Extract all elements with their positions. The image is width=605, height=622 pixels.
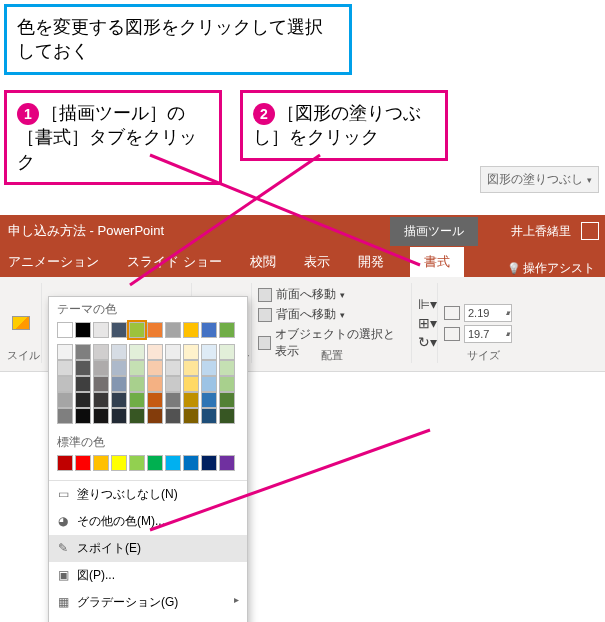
color-swatch[interactable] bbox=[93, 360, 109, 376]
color-swatch[interactable] bbox=[165, 360, 181, 376]
color-swatch[interactable] bbox=[111, 360, 127, 376]
align-button[interactable]: ⊫▾ bbox=[418, 296, 431, 312]
color-swatch[interactable] bbox=[219, 322, 235, 338]
contextual-tab-label: 描画ツール bbox=[390, 217, 478, 246]
group-objects-button[interactable]: ⊞▾ bbox=[418, 315, 431, 331]
color-swatch[interactable] bbox=[75, 408, 91, 424]
color-swatch[interactable] bbox=[147, 392, 163, 408]
color-swatch[interactable] bbox=[75, 376, 91, 392]
color-swatch[interactable] bbox=[111, 408, 127, 424]
send-backward-button[interactable]: 背面へ移動 ▾ bbox=[258, 306, 405, 323]
color-swatch[interactable] bbox=[129, 344, 145, 360]
color-swatch[interactable] bbox=[111, 322, 127, 338]
color-swatch[interactable] bbox=[93, 344, 109, 360]
color-swatch[interactable] bbox=[219, 392, 235, 408]
color-swatch[interactable] bbox=[201, 344, 217, 360]
color-swatch[interactable] bbox=[111, 376, 127, 392]
color-swatch[interactable] bbox=[201, 392, 217, 408]
color-swatch[interactable] bbox=[147, 344, 163, 360]
signed-in-user: 井上香緒里 bbox=[511, 223, 571, 240]
callout-step2: 2［図形の塗りつぶし］をクリック bbox=[240, 90, 448, 161]
tab-slideshow[interactable]: スライド ショー bbox=[125, 247, 224, 277]
color-swatch[interactable] bbox=[129, 376, 145, 392]
bring-forward-icon bbox=[258, 288, 272, 302]
color-swatch[interactable] bbox=[183, 360, 199, 376]
color-swatch[interactable] bbox=[111, 455, 127, 471]
more-colors-item[interactable]: ◕その他の色(M)... bbox=[49, 508, 247, 535]
color-swatch[interactable] bbox=[183, 376, 199, 392]
color-swatch[interactable] bbox=[147, 360, 163, 376]
color-swatch[interactable] bbox=[201, 455, 217, 471]
color-swatch[interactable] bbox=[165, 408, 181, 424]
color-swatch[interactable] bbox=[57, 322, 73, 338]
eyedropper-item[interactable]: ✎スポイト(E) bbox=[49, 535, 247, 562]
color-swatch[interactable] bbox=[183, 344, 199, 360]
bring-forward-button[interactable]: 前面へ移動 ▾ bbox=[258, 286, 405, 303]
color-swatch[interactable] bbox=[219, 344, 235, 360]
color-swatch[interactable] bbox=[57, 376, 73, 392]
tab-view[interactable]: 表示 bbox=[302, 247, 332, 277]
color-swatch[interactable] bbox=[57, 360, 73, 376]
color-swatch[interactable] bbox=[57, 344, 73, 360]
tab-animation[interactable]: アニメーション bbox=[6, 247, 101, 277]
color-swatch[interactable] bbox=[75, 344, 91, 360]
color-swatch[interactable] bbox=[201, 376, 217, 392]
color-swatch[interactable] bbox=[165, 455, 181, 471]
color-swatch[interactable] bbox=[219, 455, 235, 471]
picture-fill-item[interactable]: ▣図(P)... bbox=[49, 562, 247, 589]
shape-fill-floating-button[interactable]: 図形の塗りつぶし bbox=[480, 166, 599, 193]
color-swatch[interactable] bbox=[147, 322, 163, 338]
shape-height-field[interactable]: 2.19 bbox=[444, 304, 522, 322]
color-swatch[interactable] bbox=[201, 322, 217, 338]
color-swatch[interactable] bbox=[201, 408, 217, 424]
color-swatch[interactable] bbox=[219, 408, 235, 424]
color-swatch[interactable] bbox=[183, 392, 199, 408]
color-swatch[interactable] bbox=[129, 360, 145, 376]
color-swatch[interactable] bbox=[129, 408, 145, 424]
color-swatch[interactable] bbox=[147, 408, 163, 424]
color-swatch[interactable] bbox=[201, 360, 217, 376]
color-swatch[interactable] bbox=[93, 455, 109, 471]
color-swatch[interactable] bbox=[219, 360, 235, 376]
rotate-button[interactable]: ↻▾ bbox=[418, 334, 431, 350]
tab-developer[interactable]: 開発 bbox=[356, 247, 386, 277]
gradient-fill-item[interactable]: ▦グラデーション(G) bbox=[49, 589, 247, 616]
gradient-icon: ▦ bbox=[55, 594, 71, 610]
color-swatch[interactable] bbox=[129, 392, 145, 408]
tab-format[interactable]: 書式 bbox=[410, 247, 464, 277]
color-swatch[interactable] bbox=[75, 322, 91, 338]
color-swatch[interactable] bbox=[93, 376, 109, 392]
color-swatch[interactable] bbox=[57, 392, 73, 408]
color-swatch[interactable] bbox=[129, 455, 145, 471]
tab-review[interactable]: 校閲 bbox=[248, 247, 278, 277]
color-swatch[interactable] bbox=[147, 376, 163, 392]
ribbon-display-options-icon[interactable] bbox=[581, 222, 599, 240]
no-fill-item[interactable]: ▭塗りつぶしなし(N) bbox=[49, 481, 247, 508]
color-swatch[interactable] bbox=[183, 455, 199, 471]
color-swatch[interactable] bbox=[183, 408, 199, 424]
color-swatch[interactable] bbox=[147, 455, 163, 471]
color-swatch[interactable] bbox=[165, 322, 181, 338]
color-swatch[interactable] bbox=[57, 408, 73, 424]
color-swatch[interactable] bbox=[93, 392, 109, 408]
color-swatch[interactable] bbox=[183, 322, 199, 338]
color-swatch[interactable] bbox=[75, 360, 91, 376]
no-fill-icon: ▭ bbox=[55, 486, 71, 502]
color-swatch[interactable] bbox=[129, 322, 145, 338]
tell-me-assist[interactable]: 操作アシスト bbox=[507, 260, 595, 277]
color-swatch[interactable] bbox=[93, 322, 109, 338]
color-swatch[interactable] bbox=[57, 455, 73, 471]
color-swatch[interactable] bbox=[93, 408, 109, 424]
send-backward-icon bbox=[258, 308, 272, 322]
color-swatch[interactable] bbox=[111, 344, 127, 360]
shape-styles-gallery[interactable] bbox=[12, 316, 30, 330]
texture-fill-item[interactable]: ▩テクスチャ(T) bbox=[49, 616, 247, 622]
color-swatch[interactable] bbox=[165, 344, 181, 360]
shape-width-field[interactable]: 19.7 bbox=[444, 325, 522, 343]
color-swatch[interactable] bbox=[75, 392, 91, 408]
color-swatch[interactable] bbox=[111, 392, 127, 408]
color-swatch[interactable] bbox=[75, 455, 91, 471]
color-swatch[interactable] bbox=[219, 376, 235, 392]
color-swatch[interactable] bbox=[165, 392, 181, 408]
color-swatch[interactable] bbox=[165, 376, 181, 392]
